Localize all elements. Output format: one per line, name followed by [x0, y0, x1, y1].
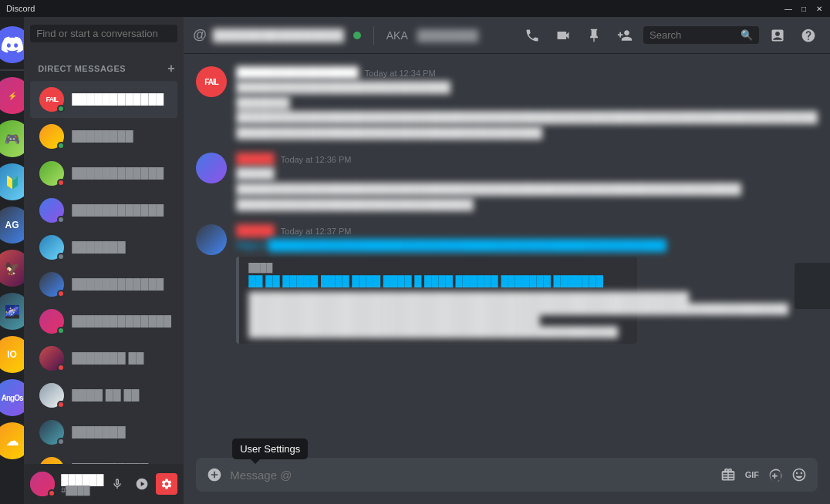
- search-icon: 🔍: [741, 29, 753, 41]
- dm-item[interactable]: ████████████: [30, 192, 177, 229]
- help-button[interactable]: [796, 23, 821, 48]
- dm-contact-name: ████████████: [72, 167, 171, 180]
- dm-item[interactable]: ████████: [30, 118, 177, 155]
- dm-section-label: DIRECT MESSAGES: [38, 64, 126, 73]
- dm-avatar: [39, 161, 64, 186]
- dm-avatar: [39, 309, 64, 334]
- chat-username: ████████████████: [213, 29, 344, 42]
- status-indicator: [57, 105, 65, 113]
- dm-contact-name: ████████: [72, 130, 171, 143]
- message-group: █████ Today at 12:36 PM █████ ██████████…: [196, 153, 818, 212]
- dm-item[interactable]: █████████████: [30, 303, 177, 340]
- message-header: █████ Today at 12:37 PM: [236, 224, 818, 237]
- input-right-buttons: GIF: [719, 465, 808, 484]
- server-divider: [0, 69, 24, 71]
- message-input-box: GIF: [196, 458, 818, 492]
- server-icon-1[interactable]: ⚡: [0, 77, 24, 114]
- message-author: █████: [236, 153, 275, 165]
- status-indicator: [57, 401, 65, 408]
- message-text: ████████████████████████████████████████…: [236, 182, 818, 197]
- message-content: ████████████████ Today at 12:34 PM █████…: [236, 66, 818, 140]
- server-icon-8[interactable]: AngOs: [0, 379, 24, 416]
- dm-item[interactable]: ███████ ██: [30, 340, 177, 377]
- dm-avatar: [39, 420, 64, 445]
- status-indicator: [57, 216, 65, 223]
- user-settings-button[interactable]: [156, 473, 177, 495]
- video-call-button[interactable]: [551, 23, 575, 48]
- sticker-button[interactable]: [767, 465, 785, 484]
- dm-item[interactable]: ███████: [30, 414, 177, 451]
- find-conversation-input[interactable]: [30, 25, 177, 42]
- user-bar: ██████ #████: [24, 464, 184, 504]
- dm-avatar: [39, 457, 64, 464]
- server-icon-7[interactable]: IO: [0, 336, 24, 373]
- minimize-button[interactable]: —: [784, 4, 793, 13]
- embed-image: [795, 263, 830, 309]
- message-url[interactable]: https://████████████████████████████████…: [236, 239, 666, 251]
- dm-item[interactable]: ███████: [30, 229, 177, 266]
- dm-avatar: [39, 235, 64, 260]
- dm-avatar: [39, 272, 64, 297]
- dm-contact-name: ███████: [72, 426, 171, 438]
- username-display: ██████: [61, 474, 105, 486]
- title-bar: Discord — □ ✕: [0, 0, 830, 17]
- search-input[interactable]: [649, 29, 737, 41]
- new-dm-button[interactable]: +: [165, 62, 177, 75]
- aka-name: ████████: [417, 29, 478, 42]
- aka-label: AKA: [386, 29, 408, 42]
- message-content: █████ Today at 12:37 PM https://████████…: [236, 224, 818, 344]
- message-avatar: [196, 153, 227, 183]
- dm-item[interactable]: ████████████: [30, 266, 177, 303]
- message-author: ████████████████: [236, 66, 359, 79]
- server-icon-2[interactable]: 🎮: [0, 120, 24, 157]
- app-container: ⚡ 🎮 🔰 AG 🦅 🌌 IO AngOs ☁ DIRECT MESSAGES …: [0, 17, 830, 504]
- deafen-button[interactable]: [131, 473, 153, 495]
- status-indicator: [57, 438, 65, 445]
- message-group: FAIL ████████████████ Today at 12:34 PM …: [196, 66, 818, 140]
- message-text: █████: [236, 166, 818, 182]
- message-text: ████████████████████████████████████████: [236, 126, 818, 141]
- message-link[interactable]: https://████████████████████████████████…: [236, 238, 818, 254]
- inbox-button[interactable]: [765, 23, 790, 48]
- mute-button[interactable]: [106, 473, 128, 495]
- emoji-button[interactable]: [790, 465, 808, 484]
- status-indicator: [57, 179, 65, 186]
- embed-description: ████████████████████████████████████████…: [248, 291, 788, 338]
- dm-avatar: [39, 124, 64, 149]
- user-avatar: [30, 472, 55, 496]
- pin-button[interactable]: [582, 23, 606, 48]
- message-text-input[interactable]: [230, 469, 713, 482]
- gift-button[interactable]: [719, 465, 737, 484]
- server-icon-3[interactable]: 🔰: [0, 163, 24, 200]
- close-button[interactable]: ✕: [815, 4, 824, 13]
- main-content: @ ████████████████ AKA ████████: [184, 17, 830, 504]
- embed-site: ████: [248, 263, 788, 272]
- message-avatar: FAIL: [196, 66, 227, 97]
- discord-home-button[interactable]: [0, 26, 24, 63]
- user-tag-display: #████: [61, 486, 105, 495]
- dm-item[interactable]: FAIL ████████████: [30, 81, 177, 118]
- user-info: ██████ #████: [61, 474, 105, 495]
- dm-item[interactable]: ████ ██ ██: [30, 377, 177, 414]
- server-icon-6[interactable]: 🌌: [0, 293, 24, 330]
- add-attachment-button[interactable]: [205, 465, 224, 484]
- maximize-button[interactable]: □: [799, 4, 808, 13]
- server-icon-9[interactable]: ☁: [0, 422, 24, 459]
- dm-item[interactable]: ████████████: [30, 155, 177, 192]
- message-time: Today at 12:36 PM: [281, 155, 352, 164]
- dm-contact-name: ████████████: [72, 93, 171, 106]
- add-friend-button[interactable]: [612, 23, 637, 48]
- status-indicator: [57, 142, 65, 150]
- server-sidebar: ⚡ 🎮 🔰 AG 🦅 🌌 IO AngOs ☁: [0, 17, 24, 504]
- server-icon-4[interactable]: AG: [0, 207, 24, 244]
- call-button[interactable]: [520, 23, 545, 48]
- gif-button[interactable]: GIF: [742, 465, 762, 484]
- dm-item[interactable]: ██████████: [30, 451, 177, 464]
- message-time: Today at 12:34 PM: [365, 69, 436, 78]
- dm-list: FAIL ████████████ ████████ ███████: [24, 78, 184, 464]
- dm-avatar: FAIL: [39, 87, 64, 112]
- chat-area[interactable]: FAIL ████████████████ Today at 12:34 PM …: [184, 54, 830, 458]
- server-icon-5[interactable]: 🦅: [0, 250, 24, 287]
- message-content: █████ Today at 12:36 PM █████ ██████████…: [236, 153, 818, 212]
- message-embed: ████ ██ ██ █████ ████ ████ ████ █ ████ █…: [236, 257, 637, 344]
